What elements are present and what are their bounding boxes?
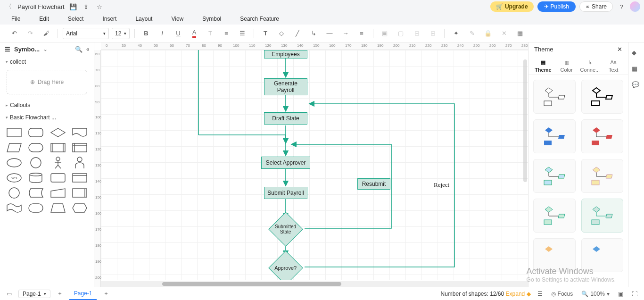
connector-type-button[interactable]: ↳ (307, 27, 320, 40)
shape-connector-circle[interactable] (5, 187, 24, 199)
node-generate-payroll[interactable]: Generate Payroll (264, 78, 307, 95)
drag-here-zone[interactable]: ⊕ Drag Here (7, 70, 87, 94)
ungroup-button[interactable]: ▢ (394, 27, 407, 40)
tab-color[interactable]: ▥Color (555, 58, 578, 75)
text-tool-button[interactable]: T (204, 27, 217, 40)
back-button[interactable]: 〈 (4, 2, 14, 11)
section-callouts[interactable]: Callouts (0, 99, 94, 111)
theme-card-1[interactable] (533, 80, 576, 114)
chevron-down-icon[interactable]: ⌄ (43, 47, 47, 52)
shape-capsule[interactable] (26, 142, 45, 154)
shape-hexagon[interactable] (70, 202, 89, 214)
theme-card-8[interactable] (581, 199, 624, 233)
canvas-scrollbar-horizontal[interactable] (101, 281, 528, 287)
publish-button[interactable]: ✈ Publish (537, 1, 576, 12)
star-icon[interactable]: ☆ (95, 2, 104, 11)
fill-color-button[interactable]: ◇ (275, 27, 288, 40)
italic-button[interactable]: I (156, 27, 169, 40)
shape-terminator[interactable] (26, 202, 45, 214)
align-left-button[interactable]: ≡ (220, 27, 233, 40)
zoom-control[interactable]: 🔍 100% ▾ (579, 291, 611, 297)
theme-card-10[interactable] (581, 238, 624, 272)
tab-page-1[interactable]: Page-1 (69, 287, 97, 300)
menu-view[interactable]: View (171, 16, 183, 22)
share-button[interactable]: ∝ Share (579, 1, 613, 12)
focus-button[interactable]: ◎ Focus (549, 291, 575, 297)
shape-window[interactable] (70, 172, 89, 184)
search-icon[interactable]: 🔍 (75, 46, 83, 53)
export-icon[interactable]: ⇪ (82, 2, 91, 11)
add-tab-button[interactable]: ＋ (101, 290, 111, 298)
scrollbar-thumb[interactable] (162, 282, 341, 286)
font-select[interactable]: Arial▾ (63, 28, 109, 39)
shape-trapezoid[interactable] (49, 202, 67, 214)
shape-parallelogram[interactable] (5, 142, 24, 154)
theme-card-6[interactable] (581, 159, 624, 193)
shape-annotation[interactable]: Yes (5, 172, 24, 184)
shape-tape[interactable] (5, 202, 24, 214)
arrow-style-button[interactable]: → (339, 27, 352, 40)
save-icon[interactable]: 💾 (68, 2, 78, 11)
shape-roundrect[interactable] (26, 126, 45, 139)
bold-button[interactable]: B (140, 27, 153, 40)
label-reject[interactable]: Reject (434, 181, 449, 189)
fullscreen-icon[interactable]: ⛶ (630, 291, 639, 297)
rail-theme-icon[interactable]: ◆ (632, 49, 641, 58)
shape-circle[interactable] (26, 157, 45, 169)
format-painter-button[interactable]: 🖌 (40, 27, 53, 40)
shape-person[interactable] (70, 157, 89, 169)
font-color-button[interactable]: A (188, 27, 201, 40)
node-resubmit[interactable]: Resubmit (357, 178, 390, 190)
theme-card-4[interactable] (581, 119, 624, 153)
upgrade-button[interactable]: 🛒 Upgrade (490, 1, 534, 12)
menu-insert[interactable]: Insert (102, 16, 116, 22)
theme-card-5[interactable] (533, 159, 576, 193)
font-size-select[interactable]: 12▾ (112, 28, 130, 39)
rail-comments-icon[interactable]: 💬 (632, 81, 641, 91)
canvas-scrollbar-vertical[interactable] (523, 59, 527, 182)
shape-rect[interactable] (5, 126, 24, 139)
text-box-button[interactable]: T (259, 27, 272, 40)
menu-file[interactable]: File (11, 16, 20, 22)
expand-button[interactable]: Expand (506, 291, 525, 297)
close-icon[interactable]: ✕ (617, 46, 622, 53)
shape-offpage[interactable] (70, 187, 89, 199)
ai-button[interactable]: ✦ (449, 27, 462, 40)
tab-text[interactable]: AaText (602, 58, 625, 75)
avatar[interactable] (630, 1, 640, 12)
menu-symbol[interactable]: Symbol (202, 16, 221, 22)
edit-button[interactable]: ✎ (465, 27, 479, 40)
tab-theme[interactable]: ▦Theme (531, 58, 555, 75)
menu-edit[interactable]: Edit (39, 16, 49, 22)
shape-card[interactable] (49, 172, 67, 184)
help-icon[interactable]: ? (617, 2, 626, 11)
section-collect[interactable]: collect (0, 56, 94, 68)
redo-button[interactable]: ↷ (24, 27, 37, 40)
tab-connector[interactable]: ↳Conne... (578, 58, 602, 75)
section-basic-flowchart[interactable]: Basic Flowchart ... (0, 111, 94, 124)
shape-predefined[interactable] (49, 142, 67, 154)
menu-search-feature[interactable]: Search Feature (240, 16, 279, 22)
node-submit-payroll[interactable]: Submit Payroll (264, 187, 307, 199)
theme-card-9[interactable] (533, 238, 576, 272)
theme-card-3[interactable] (533, 119, 576, 153)
shape-actor[interactable] (49, 157, 67, 169)
group-button[interactable]: ▣ (378, 27, 391, 40)
line-weight-button[interactable]: ≡ (355, 27, 368, 40)
line-style-button[interactable]: — (323, 27, 336, 40)
shape-diamond[interactable] (49, 126, 67, 139)
node-employees[interactable]: Employees (264, 50, 307, 58)
node-draft-state[interactable]: Draft State (264, 112, 307, 125)
theme-card-2[interactable] (581, 80, 624, 114)
shape-internal-storage[interactable] (70, 142, 89, 154)
node-select-approver[interactable]: Select Approver (261, 157, 310, 169)
align-objects-button[interactable]: ⊟ (410, 27, 423, 40)
collapse-panel-icon[interactable]: « (86, 46, 89, 52)
shape-document[interactable] (70, 126, 89, 139)
menu-layout[interactable]: Layout (135, 16, 152, 22)
canvas[interactable]: Employees Generate Payroll Draft State S… (101, 50, 528, 280)
fit-icon[interactable]: ▣ (616, 291, 625, 297)
tools-button[interactable]: ✕ (497, 27, 511, 40)
shape-cylinder[interactable] (26, 172, 45, 184)
rail-apps-icon[interactable]: ▦ (632, 65, 641, 75)
